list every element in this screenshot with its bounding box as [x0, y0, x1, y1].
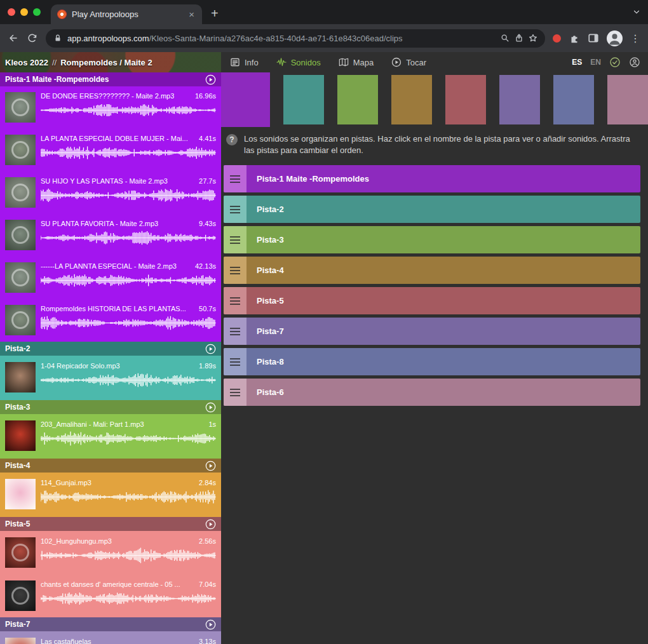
clip-thumbnail — [5, 262, 36, 293]
clip-waveform — [41, 591, 216, 607]
clip-duration: 16.96s — [195, 92, 216, 100]
track-color-swatch[interactable] — [391, 75, 432, 124]
bookmark-star-icon[interactable] — [529, 34, 537, 43]
track-header[interactable]: Pista-5 — [0, 517, 221, 531]
clip-item[interactable]: 114_Gunjai.mp3 2.84s — [0, 473, 221, 517]
tab-title: Play Antropoloops — [72, 10, 182, 19]
zoom-icon[interactable] — [501, 34, 510, 43]
clip-item[interactable]: SU PLANTA FAVORITA - Maite 2.mp3 9.43s — [0, 214, 221, 257]
track-color-swatch[interactable] — [607, 75, 648, 124]
tab-sonidos[interactable]: Sonidos — [276, 57, 321, 67]
clip-thumbnail — [5, 537, 36, 568]
clip-item[interactable]: DE DONDE ERES???????? - Maite 2.mp3 16.9… — [0, 86, 221, 129]
browser-tab[interactable]: Play Antropoloops × — [51, 4, 202, 24]
breadcrumb[interactable]: Kleos 2022 // Rompemoldes / Maite 2 — [0, 52, 221, 72]
clip-item[interactable]: Rompemoldes HISTORIA DE LAS PLANTAS... 5… — [0, 299, 221, 342]
drag-handle[interactable] — [224, 257, 246, 284]
drag-handle[interactable] — [224, 287, 246, 314]
traffic-maximize-button[interactable] — [33, 8, 41, 16]
clip-thumbnail — [5, 580, 36, 611]
lang-es[interactable]: ES — [572, 58, 582, 67]
play-track-button[interactable] — [205, 74, 216, 85]
check-circle-icon[interactable] — [609, 57, 621, 68]
app-header: Kleos 2022 // Rompemoldes / Maite 2 Info… — [0, 52, 648, 72]
back-icon[interactable] — [8, 32, 19, 44]
clip-item[interactable]: chants et danses d' amerique centrale - … — [0, 574, 221, 617]
track-row-pista-5[interactable]: Pista-5 — [224, 287, 640, 314]
track-color-swatch[interactable] — [499, 75, 540, 124]
tab-search-chevron-icon[interactable] — [633, 7, 640, 18]
breadcrumb-path[interactable]: Rompemoldes / Maite 2 — [60, 58, 152, 67]
play-track-button[interactable] — [205, 460, 216, 471]
track-row-pista-4[interactable]: Pista-4 — [224, 257, 640, 284]
browser-toolbar: app.antropoloops.com/Kleos-Santa-Marina/… — [0, 24, 648, 52]
reload-icon[interactable] — [27, 32, 38, 44]
profile-avatar[interactable] — [607, 30, 623, 46]
play-track-button[interactable] — [205, 402, 216, 413]
track-row-pista-6[interactable]: Pista-6 — [224, 379, 640, 406]
clip-title: Rompemoldes HISTORIA DE LAS PLANTAS... — [41, 305, 186, 312]
drag-handle-icon — [230, 389, 240, 396]
breadcrumb-project[interactable]: Kleos 2022 — [5, 58, 48, 67]
account-icon[interactable] — [629, 57, 640, 68]
sidebar-track-pista-4: Pista-4 114_Gunjai.mp3 2.84s — [0, 459, 221, 517]
clip-item[interactable]: ------LA PLANNTA ESPECIAL - Maite 2.mp3 … — [0, 257, 221, 299]
track-row-pista-8[interactable]: Pista-8 — [224, 348, 640, 375]
play-track-button[interactable] — [205, 519, 216, 530]
new-tab-button[interactable]: + — [211, 7, 219, 20]
clip-duration: 42.13s — [195, 262, 216, 270]
share-icon[interactable] — [515, 34, 523, 43]
menu-dots-icon[interactable]: ⋮ — [630, 32, 640, 44]
traffic-close-button[interactable] — [8, 8, 15, 16]
tab-tocar[interactable]: Tocar — [391, 57, 426, 67]
tab-favicon-icon — [57, 10, 67, 19]
clip-item[interactable]: 1-04 Repicador Solo.mp3 1.89s — [0, 356, 221, 400]
clip-item[interactable]: SU HIJO Y LAS PLANTAS - Maite 2.mp3 27.7… — [0, 171, 221, 214]
recording-dot-icon[interactable] — [553, 34, 561, 43]
track-header[interactable]: Pista-4 — [0, 459, 221, 473]
drag-handle[interactable] — [224, 226, 246, 253]
tab-info[interactable]: Info — [230, 57, 259, 67]
clip-item[interactable]: 102_Hunguhungu.mp3 2.56s — [0, 531, 221, 574]
app-tabs: Info Sonidos Mapa Tocar — [221, 52, 426, 72]
lang-en[interactable]: EN — [590, 58, 601, 67]
sidebar-track-pista-1: Pista-1 Maite -Rompemoldes DE DONDE ERES… — [0, 72, 221, 342]
track-header[interactable]: Pista-2 — [0, 342, 221, 356]
clip-waveform — [41, 230, 216, 246]
address-bar[interactable]: app.antropoloops.com/Kleos-Santa-Marina/… — [46, 29, 545, 48]
extensions-puzzle-icon[interactable] — [569, 32, 580, 44]
lock-icon — [53, 34, 62, 43]
track-header[interactable]: Pista-1 Maite -Rompemoldes — [0, 72, 221, 86]
track-header[interactable]: Pista-3 — [0, 400, 221, 414]
drag-handle[interactable] — [224, 196, 246, 223]
traffic-minimize-button[interactable] — [20, 8, 28, 16]
track-row-pista-3[interactable]: Pista-3 — [224, 226, 640, 253]
clip-item[interactable]: Las castañuelas 3.13s — [0, 631, 221, 644]
tab-close-icon[interactable]: × — [187, 10, 196, 19]
track-row-pista-7[interactable]: Pista-7 — [224, 318, 640, 345]
help-question-icon: ? — [226, 134, 238, 145]
loop-ring-icon — [11, 311, 29, 329]
clip-item[interactable]: LA PLANTA ESPECIAL DOBLE MUJER - Mai... … — [0, 129, 221, 171]
track-color-swatch[interactable] — [283, 75, 324, 124]
clip-item[interactable]: 203_Amalihani - Mali: Part 1.mp3 1s — [0, 414, 221, 459]
track-row-pista-2[interactable]: Pista-2 — [224, 196, 640, 223]
clip-waveform — [41, 145, 216, 161]
help-banner: ? Los sonidos se organizan en pistas. Ha… — [221, 127, 648, 164]
track-header[interactable]: Pista-7 — [0, 617, 221, 631]
drag-handle[interactable] — [224, 379, 246, 406]
tab-mapa[interactable]: Mapa — [339, 57, 374, 67]
clip-duration: 3.13s — [199, 638, 216, 644]
track-color-swatch[interactable] — [337, 75, 378, 124]
side-panel-icon[interactable] — [588, 32, 599, 44]
play-track-button[interactable] — [205, 344, 216, 354]
track-color-swatch[interactable] — [553, 75, 594, 124]
track-row-label: Pista-5 — [246, 296, 284, 305]
drag-handle[interactable] — [224, 165, 246, 192]
track-color-swatch[interactable] — [445, 75, 486, 124]
track-row-pista-1[interactable]: Pista-1 Maite -Rompemoldes — [224, 165, 640, 192]
track-color-swatch[interactable] — [221, 72, 270, 127]
play-track-button[interactable] — [205, 619, 216, 630]
drag-handle[interactable] — [224, 318, 246, 345]
drag-handle[interactable] — [224, 348, 246, 375]
